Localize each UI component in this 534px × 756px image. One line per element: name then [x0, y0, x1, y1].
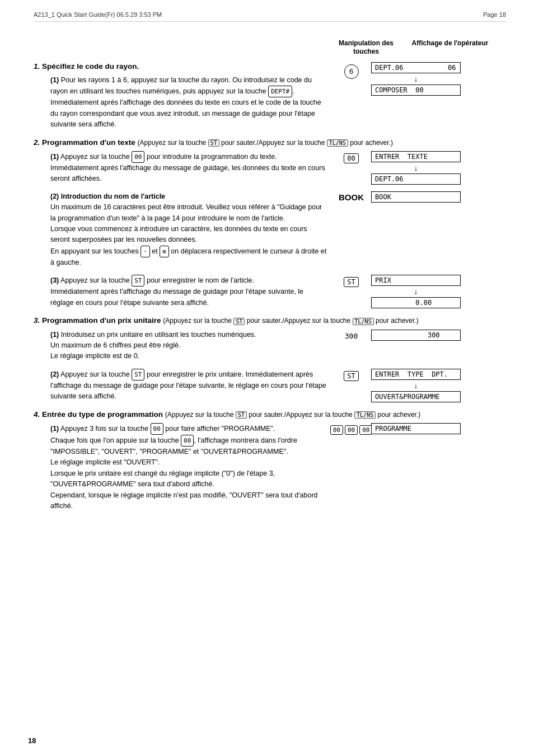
header-page: Page 18	[483, 11, 506, 18]
s2-display1b: DEPT.06	[371, 173, 461, 185]
s2-display3a: PRIX	[371, 275, 461, 286]
section4-title: 4. Entrée du type de programmation (Appu…	[34, 410, 506, 419]
s3-display2a: ENTRER TYPE DPT.	[371, 369, 461, 380]
st-key-s2i3: ST	[132, 275, 144, 287]
s2-item3: (3) Appuyez sur la touche ST pour enregi…	[50, 275, 327, 308]
s2-display1a: ENTRER TEXTE	[371, 151, 461, 162]
s2-key2-book: BOOK	[339, 192, 364, 202]
s1-key: 6	[344, 64, 359, 79]
s4-key1c: 00	[359, 425, 372, 435]
s2-item1: (1) Appuyez sur la touche 00 pour introd…	[50, 151, 327, 185]
s4-display1a: PROGRAMME	[371, 423, 461, 434]
s2-display3b: 0.00	[371, 297, 461, 308]
s4-key1b: 00	[345, 425, 358, 435]
s1-arrow: ↓	[371, 75, 461, 83]
key-00-s2i1: 00	[132, 151, 144, 163]
backspace-key: ⊗	[160, 246, 169, 257]
s3-key2: ST	[344, 371, 358, 381]
page-number: 18	[28, 736, 36, 745]
section2-title: 2. Programmation d'un texte (Appuyez sur…	[34, 138, 506, 147]
page-header: A213_1 Quick Start Guide(Fr) 06.5.29 3:5…	[34, 11, 506, 22]
s2-key3: ST	[344, 277, 358, 287]
st-key-s4: ST	[236, 411, 247, 419]
s3-item1: (1) Introduisez un prix unitaire en util…	[50, 330, 327, 362]
s2-item2: (2) Introduction du nom de l'article Un …	[50, 191, 327, 268]
key-00-s4b: 00	[181, 435, 194, 447]
s3-arrow2: ↓	[371, 382, 461, 389]
section1-title: 1. Spécifiez le code du rayon.	[34, 62, 327, 71]
s3-display1a: 300	[371, 330, 461, 341]
st-key-s3: ST	[233, 318, 245, 325]
s2-display2a: BOOK	[371, 191, 461, 203]
page: A213_1 Quick Start Guide(Fr) 06.5.29 3:5…	[0, 0, 534, 756]
key-00-s4: 00	[151, 423, 163, 435]
s3-item2: (2) Appuyez sur la touche ST pour enregi…	[50, 369, 327, 402]
tlns-key-s2: TL/NS	[327, 139, 348, 147]
s3-key1: 300	[345, 332, 358, 340]
s2-key1: 00	[344, 153, 358, 163]
tlns-key-s3: TL/NS	[353, 318, 374, 325]
s4-key1a: 00	[330, 425, 343, 435]
dept-key-badge: DEPT#	[268, 86, 292, 97]
section3-title: 3. Programmation d'un prix unitaire (App…	[34, 316, 506, 325]
s1-display1: DEPT.06 06	[371, 62, 461, 73]
col-header-manipulation: Manipulation des touches	[339, 39, 394, 55]
st-key-s2: ST	[208, 139, 219, 147]
s4-item1: (1) Appuyez 3 fois sur la touche 00 pour…	[50, 423, 327, 511]
s3-display2b: OUVERT&PROGRAMME	[371, 391, 461, 402]
s1-display2: COMPOSER 00	[371, 84, 461, 96]
tlns-key-s4: TL/NS	[354, 411, 376, 419]
col-header-affichage: Affichage de l'opérateur	[412, 39, 489, 47]
s2-arrow1: ↓	[371, 164, 461, 172]
header-left: A213_1 Quick Start Guide(Fr) 06.5.29 3:5…	[34, 11, 162, 18]
st-key-s3i2: ST	[132, 369, 144, 381]
section1-item1: (1) Pour les rayons 1 à 6, appuyez sur l…	[50, 75, 327, 130]
s2-arrow3: ↓	[371, 288, 461, 295]
dot-key: ·	[140, 246, 150, 257]
